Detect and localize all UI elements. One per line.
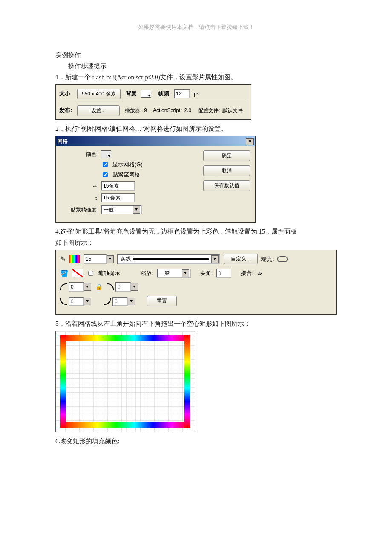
step-5-text: 5．沿着网格线从左上角开始向右下角拖出一个空心矩形如下图所示： (55, 319, 337, 328)
size-label: 大小: (59, 90, 75, 98)
section-subtitle: 操作步骤提示 (55, 61, 337, 71)
miter-label: 尖角: (200, 269, 213, 277)
as-label: ActionScript: (153, 107, 182, 113)
scale-label: 缩放: (141, 269, 153, 277)
corner-bl-icon (60, 298, 67, 305)
fps-input[interactable] (174, 89, 190, 98)
section-title: 实例操作 (55, 50, 337, 60)
scale-value: 一般 (159, 270, 170, 277)
grid-color-label: 颜色: (61, 151, 98, 158)
step-6-text: 6.改变矩形的填充颜色: (55, 436, 337, 446)
stroke-color-swatch[interactable] (69, 255, 80, 263)
chevron-down-icon (148, 95, 150, 97)
stroke-properties-panel: ✎ 实线 自定义... 端点: 🪣 笔触提示 缩放: 一般 (55, 250, 337, 315)
player-label: 播放器: (125, 107, 141, 114)
corner-tl-icon (60, 283, 67, 290)
show-grid-checkbox[interactable] (103, 162, 108, 167)
settings-button[interactable]: 设置... (77, 105, 120, 116)
join-icon[interactable]: ⩕ (257, 270, 263, 277)
line-style-select[interactable]: 实线 (117, 254, 220, 264)
publish-label: 发布: (59, 107, 75, 114)
config-value: 默认文件 (222, 107, 243, 114)
grid-color-swatch[interactable] (101, 150, 111, 158)
corner-br-icon (104, 298, 111, 305)
lock-icon[interactable]: 🔒 (95, 283, 103, 290)
dialog-titlebar: 网格 ✕ (56, 136, 255, 146)
fill-color-swatch[interactable] (72, 269, 83, 278)
step-1-text: 1．新建一个 flash cs3(Action script2.0)文件，设置影… (55, 72, 337, 82)
corner-br-input (112, 297, 128, 306)
save-default-button[interactable]: 保存默认值 (203, 180, 250, 191)
size-button[interactable]: 550 x 400 像素 (77, 89, 121, 99)
scale-select[interactable]: 一般 (157, 269, 191, 278)
step-4-text-b: 如下图所示： (55, 238, 337, 247)
bucket-icon: 🪣 (60, 269, 69, 278)
grid-h-input[interactable] (101, 181, 135, 191)
stroke-hint-label: 笔触提示 (98, 269, 120, 277)
snap-grid-checkbox[interactable] (103, 172, 108, 177)
step-4-text-a: 4.选择"矩形工具"将填充色设置为无，边框色设置为七彩色，笔触设置为 15，属性… (55, 227, 337, 236)
reset-button[interactable]: 重置 (147, 296, 177, 306)
line-style-value: 实线 (121, 255, 131, 263)
chevron-down-icon (182, 269, 189, 277)
header-note: 如果您需要使用本文档，请点击下载按钮下载！ (55, 23, 337, 31)
accuracy-value: 一般 (104, 206, 114, 214)
rainbow-border-bottom (60, 422, 190, 428)
chevron-down-icon (108, 155, 110, 157)
custom-button[interactable]: 自定义... (224, 254, 258, 264)
chevron-down-icon (133, 206, 140, 214)
rainbow-border-top (60, 335, 190, 341)
vertical-arrow-icon: ↕ (61, 195, 98, 201)
rectangle-preview (55, 331, 195, 432)
accuracy-select[interactable]: 一般 (101, 205, 142, 214)
line-preview (133, 258, 209, 260)
as-value: 2.0 (184, 107, 191, 113)
stroke-hint-checkbox[interactable] (88, 271, 93, 276)
grid-dialog: 网格 ✕ 颜色: 显示网格(G) 贴紧至网格 (55, 136, 256, 223)
horizontal-arrow-icon: ↔ (61, 183, 98, 189)
fps-unit: fps (193, 91, 199, 97)
miter-input (216, 269, 231, 278)
pencil-icon: ✎ (60, 255, 66, 263)
corner-tr-input (115, 282, 131, 292)
rainbow-border-left (60, 335, 66, 428)
dialog-title: 网格 (58, 138, 68, 145)
chevron-down-icon[interactable] (84, 283, 91, 291)
cap-icon[interactable] (277, 256, 288, 262)
rainbow-border-right (184, 335, 190, 428)
corner-tl-input[interactable] (69, 282, 84, 292)
chevron-down-icon (211, 255, 219, 263)
snap-grid-label: 贴紧至网格 (112, 171, 140, 179)
chevron-down-icon (128, 298, 135, 305)
show-grid-label: 显示网格(G) (112, 161, 143, 168)
chevron-down-icon (131, 283, 138, 291)
step-2-text: 2．执行"视图\网格\编辑网格…"对网格进行如图所示的设置。 (55, 124, 337, 133)
cancel-button[interactable]: 取消 (203, 165, 250, 176)
stroke-size-input[interactable] (84, 254, 107, 264)
corner-tr-icon (107, 283, 114, 290)
config-label: 配置文件: (198, 107, 220, 114)
grid-v-input[interactable] (101, 193, 135, 202)
movie-properties-panel: 大小: 550 x 400 像素 背景: 帧频: fps 发布: 设置... 播… (55, 84, 251, 120)
join-label: 接合: (241, 269, 254, 277)
bg-color-swatch[interactable] (141, 90, 151, 98)
chevron-down-icon[interactable] (107, 255, 114, 263)
close-button[interactable]: ✕ (246, 138, 254, 145)
chevron-down-icon (84, 298, 91, 305)
bg-label: 背景: (126, 90, 138, 98)
cap-label: 端点: (261, 255, 274, 263)
corner-bl-input (69, 297, 84, 306)
fps-label: 帧频: (158, 90, 171, 98)
player-value: 9 (144, 107, 147, 113)
ok-button[interactable]: 确定 (203, 150, 250, 161)
accuracy-label: 贴紧精确度: (61, 206, 98, 214)
